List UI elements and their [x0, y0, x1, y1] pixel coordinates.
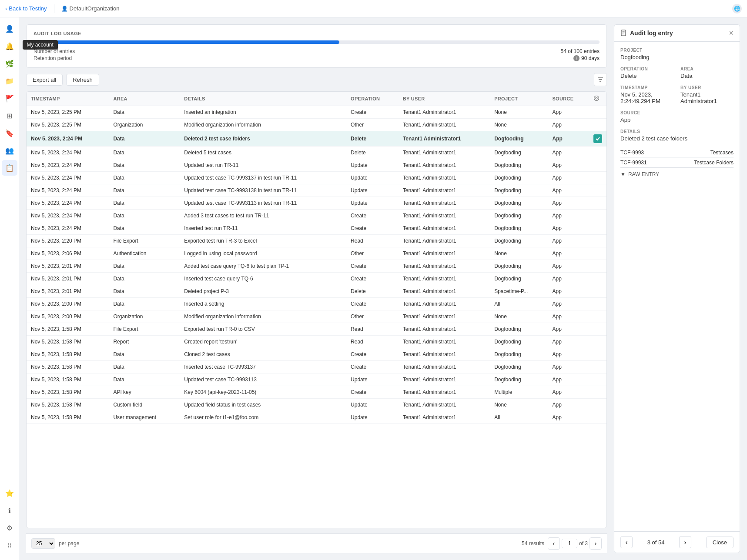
cell-by-user: Tenant1 Administrator1: [399, 106, 490, 119]
table-row[interactable]: Nov 5, 2023, 2:01 PM Data Inserted test …: [27, 273, 606, 285]
table-row[interactable]: Nov 5, 2023, 2:01 PM Data Deleted projec…: [27, 285, 606, 298]
cell-by-user: Tenant1 Administrator1: [399, 235, 490, 247]
cell-by-user: Tenant1 Administrator1: [399, 197, 490, 210]
sidebar-item-user[interactable]: 👤 My account: [2, 21, 17, 37]
sidebar-item-grid[interactable]: ⊞: [2, 108, 17, 123]
cell-area: Data: [109, 159, 180, 172]
table-row[interactable]: Nov 5, 2023, 2:06 PM Authentication Logg…: [27, 247, 606, 260]
table-row[interactable]: Nov 5, 2023, 2:24 PM Data Inserted test …: [27, 222, 606, 235]
retention-value: i 90 days: [573, 55, 600, 61]
back-to-testiny-link[interactable]: ‹ Back to Testiny: [5, 5, 47, 12]
cell-source: App: [548, 119, 589, 131]
top-bar-right: 🌐: [732, 4, 742, 13]
export-all-button[interactable]: Export all: [26, 74, 63, 86]
col-settings[interactable]: [589, 92, 606, 106]
main-content: AUDIT LOG USAGE Number of entries Retent…: [19, 17, 747, 560]
table-row[interactable]: Nov 5, 2023, 2:24 PM Data Deleted 5 test…: [27, 147, 606, 159]
refresh-button[interactable]: Refresh: [66, 74, 99, 86]
per-page-select[interactable]: 25 50 100: [31, 538, 55, 549]
table-row[interactable]: Nov 5, 2023, 2:20 PM File Export Exporte…: [27, 235, 606, 247]
cell-area: Organization: [109, 310, 180, 323]
close-panel-button[interactable]: ×: [729, 29, 734, 37]
sidebar-item-bell[interactable]: 🔔: [2, 38, 17, 54]
sidebar-item-settings[interactable]: ⚙: [2, 520, 17, 536]
cell-project: Dogfooding: [490, 131, 548, 147]
cell-timestamp: Nov 5, 2023, 1:58 PM: [27, 348, 109, 361]
table-row[interactable]: Nov 5, 2023, 2:01 PM Data Added test cas…: [27, 260, 606, 273]
cell-project: Dogfooding: [490, 273, 548, 285]
chevron-down-icon: ▼: [620, 171, 626, 177]
cell-source: App: [548, 411, 589, 424]
table-row[interactable]: Nov 5, 2023, 1:58 PM User management Set…: [27, 411, 606, 424]
cell-area: Data: [109, 106, 180, 119]
table-row[interactable]: Nov 5, 2023, 2:00 PM Data Inserted a set…: [27, 298, 606, 310]
table-controls: Export all Refresh: [26, 73, 607, 86]
users-icon: 👥: [5, 147, 14, 155]
table-row[interactable]: Nov 5, 2023, 1:58 PM API key Key 6004 (a…: [27, 386, 606, 399]
sidebar-item-folder[interactable]: 📁: [2, 73, 17, 89]
cell-details: Modified organization information: [180, 119, 346, 131]
filter-button[interactable]: [594, 73, 607, 86]
table-row[interactable]: Nov 5, 2023, 2:00 PM Organization Modifi…: [27, 310, 606, 323]
cell-area: Data: [109, 361, 180, 373]
table-row[interactable]: Nov 5, 2023, 1:58 PM Report Created repo…: [27, 336, 606, 348]
cell-indicator: [589, 298, 606, 310]
detail-next-button[interactable]: ›: [679, 536, 691, 548]
cell-operation: Delete: [346, 285, 399, 298]
table-row[interactable]: Nov 5, 2023, 2:24 PM Data Updated test c…: [27, 172, 606, 184]
raw-entry-toggle[interactable]: ▼ RAW ENTRY: [620, 167, 734, 181]
prev-page-button[interactable]: ‹: [548, 537, 560, 550]
table-row[interactable]: Nov 5, 2023, 2:24 PM Data Updated test c…: [27, 184, 606, 197]
next-page-button[interactable]: ›: [590, 537, 602, 550]
sidebar-item-tree[interactable]: 🌿: [2, 56, 17, 71]
cell-timestamp: Nov 5, 2023, 2:01 PM: [27, 285, 109, 298]
grid-icon: ⊞: [7, 112, 12, 120]
table-row[interactable]: Nov 5, 2023, 1:58 PM Data Cloned 2 test …: [27, 348, 606, 361]
bell-icon: 🔔: [5, 42, 14, 50]
sidebar-item-flag[interactable]: 🚩: [2, 90, 17, 106]
cell-indicator: [589, 106, 606, 119]
row-selected-indicator: [593, 134, 602, 143]
detail-prev-button[interactable]: ‹: [620, 536, 633, 548]
sidebar-item-bookmark[interactable]: 🔖: [2, 125, 17, 141]
cell-operation: Other: [346, 247, 399, 260]
detail-close-button[interactable]: Close: [706, 537, 734, 548]
area-col: AREA Data: [680, 67, 734, 79]
operation-label: OPERATION: [620, 67, 673, 71]
table-row[interactable]: Nov 5, 2023, 1:58 PM Data Inserted test …: [27, 361, 606, 373]
cell-area: File Export: [109, 235, 180, 247]
sidebar-item-users[interactable]: 👥: [2, 143, 17, 158]
table-row[interactable]: Nov 5, 2023, 2:24 PM Data Updated test r…: [27, 159, 606, 172]
cell-source: App: [548, 399, 589, 411]
cell-details: Inserted test case query TQ-6: [180, 273, 346, 285]
table-row[interactable]: Nov 5, 2023, 1:58 PM File Export Exporte…: [27, 323, 606, 336]
sidebar-item-info[interactable]: ℹ: [2, 503, 17, 518]
cell-by-user: Tenant1 Administrator1: [399, 247, 490, 260]
globe-icon[interactable]: 🌐: [732, 4, 742, 13]
cell-area: Data: [109, 184, 180, 197]
operation-area-row: OPERATION Delete AREA Data: [620, 67, 734, 79]
table-row[interactable]: Nov 5, 2023, 2:25 PM Organization Modifi…: [27, 119, 606, 131]
page-input[interactable]: [562, 539, 577, 548]
cell-area: Organization: [109, 119, 180, 131]
table-row[interactable]: Nov 5, 2023, 1:58 PM Data Updated test c…: [27, 373, 606, 386]
progress-bar-container: [33, 40, 600, 44]
cell-operation: Other: [346, 310, 399, 323]
cell-by-user: Tenant1 Administrator1: [399, 310, 490, 323]
sidebar-item-audit[interactable]: 📋: [2, 160, 17, 176]
cell-project: Dogfooding: [490, 235, 548, 247]
cell-project: Dogfooding: [490, 222, 548, 235]
sidebar-item-star[interactable]: ⭐: [2, 485, 17, 501]
table-row[interactable]: Nov 5, 2023, 2:25 PM Data Inserted an in…: [27, 106, 606, 119]
cell-project: Dogfooding: [490, 147, 548, 159]
table-row[interactable]: Nov 5, 2023, 1:58 PM Custom field Update…: [27, 399, 606, 411]
tcf-row: TCF-9993Testcases: [620, 148, 734, 158]
sidebar-item-expand[interactable]: ⟨⟩: [2, 537, 17, 553]
cell-indicator: [589, 399, 606, 411]
cell-details: Exported test run TR-3 to Excel: [180, 235, 346, 247]
table-row[interactable]: Nov 5, 2023, 2:24 PM Data Updated test c…: [27, 197, 606, 210]
cell-by-user: Tenant1 Administrator1: [399, 131, 490, 147]
table-row[interactable]: Nov 5, 2023, 2:24 PM Data Deleted 2 test…: [27, 131, 606, 147]
cell-by-user: Tenant1 Administrator1: [399, 285, 490, 298]
table-row[interactable]: Nov 5, 2023, 2:24 PM Data Added 3 test c…: [27, 210, 606, 222]
